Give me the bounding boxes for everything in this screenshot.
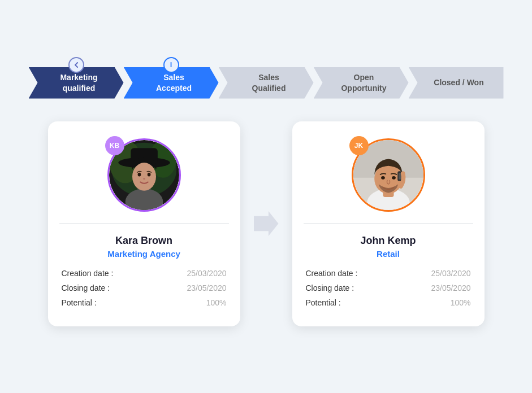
card-field-potential-kara: Potential : 100%	[62, 298, 227, 307]
step-label: SalesAccepted	[156, 72, 192, 93]
field-label: Closing date :	[306, 283, 354, 292]
avatar-wrapper-kara: KB	[107, 138, 181, 212]
field-value: 25/03/2020	[187, 269, 226, 278]
avatar-wrapper-john: JK	[352, 138, 425, 212]
badge-initials-john: JK	[354, 142, 363, 150]
avatar-badge-john: JK	[349, 136, 369, 155]
field-value: 100%	[206, 298, 227, 307]
field-value: 23/05/2020	[187, 283, 226, 292]
card-top-john: JK	[292, 121, 485, 223]
pipeline-step-sales-accepted[interactable]: SalesAccepted	[124, 67, 219, 99]
field-label: Potential :	[62, 298, 97, 307]
pipeline-step-sales-qualified[interactable]: SalesQualified	[219, 67, 314, 99]
svg-point-7	[132, 163, 156, 191]
field-value: 100%	[451, 298, 471, 307]
field-label: Creation date :	[306, 269, 358, 278]
svg-point-10	[143, 178, 145, 180]
svg-point-17	[392, 176, 396, 179]
step-label: Marketingqualified	[60, 72, 97, 93]
step-label: Closed / Won	[434, 77, 483, 88]
chevron-right-icon	[254, 211, 279, 236]
arrow-right	[254, 211, 279, 236]
field-value: 25/03/2020	[431, 269, 470, 278]
main-container: i Marketingqualified SalesAccepted Sales…	[18, 56, 515, 338]
card-bottom-john: John Kemp Retail Creation date : 25/03/2…	[292, 224, 485, 326]
card-company-john: Retail	[306, 249, 471, 259]
svg-point-8	[137, 172, 141, 176]
card-john-kemp: JK	[292, 121, 485, 326]
step-label: OpenOpportunity	[341, 72, 386, 93]
pipeline-step-marketing-qualified[interactable]: Marketingqualified	[29, 67, 124, 99]
card-name-john: John Kemp	[306, 235, 471, 247]
cards-row: KB	[29, 121, 504, 326]
field-label: Potential :	[306, 298, 341, 307]
field-label: Closing date :	[62, 283, 110, 292]
card-field-creation-kara: Creation date : 25/03/2020	[62, 269, 227, 278]
avatar-badge-kara: KB	[105, 136, 124, 155]
step-label: SalesQualified	[252, 72, 286, 93]
svg-point-16	[381, 176, 385, 179]
card-top-kara: KB	[48, 121, 240, 223]
pipeline: i Marketingqualified SalesAccepted Sales…	[29, 67, 504, 99]
field-label: Creation date :	[62, 269, 114, 278]
svg-point-9	[147, 172, 150, 176]
pipeline-step-closed-won[interactable]: Closed / Won	[409, 67, 504, 99]
badge-initials-kara: KB	[110, 142, 119, 150]
card-field-potential-john: Potential : 100%	[306, 298, 471, 307]
card-field-creation-john: Creation date : 25/03/2020	[306, 269, 471, 278]
card-kara-brown: KB	[48, 121, 240, 326]
card-field-closing-john: Closing date : 23/05/2020	[306, 283, 471, 292]
card-name-kara: Kara Brown	[62, 235, 227, 247]
card-bottom-kara: Kara Brown Marketing Agency Creation dat…	[48, 224, 240, 326]
pipeline-step-open-opportunity[interactable]: OpenOpportunity	[314, 67, 409, 99]
field-value: 23/05/2020	[431, 283, 470, 292]
card-company-kara: Marketing Agency	[62, 249, 227, 259]
card-field-closing-kara: Closing date : 23/05/2020	[62, 283, 227, 292]
